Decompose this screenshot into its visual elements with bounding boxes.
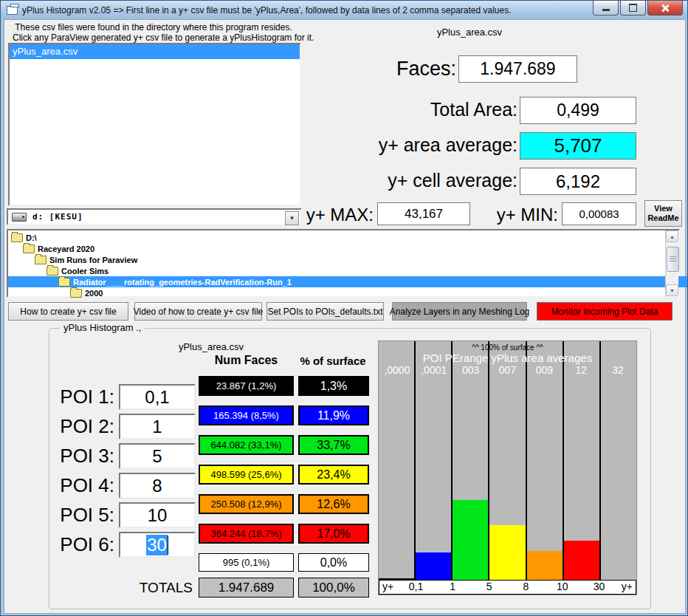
csv-file-listbox[interactable]: yPlus_area.csv (8, 43, 301, 206)
chart-bar-3 (453, 500, 488, 581)
poi-3-input[interactable]: 5 (119, 443, 196, 469)
window-title: yPlus Histogram v2.05 => First line in a… (22, 5, 512, 16)
yplus-min-value: 0,00083 (562, 202, 636, 225)
view-readme-button[interactable]: View ReadMe (644, 200, 682, 227)
x-axis-label: 0,1 (409, 581, 423, 592)
tree-item-radiator-run-selected[interactable]: Radiator____rotating_geometries-RadVerif… (8, 276, 688, 287)
pct-bar-4: 23,4% (298, 465, 369, 485)
set-pois-defaults-button[interactable]: Set POIs to POIs_defaults.txt (266, 302, 384, 321)
folder-icon (70, 289, 82, 298)
window-controls (591, 1, 683, 16)
x-axis-label: 10 (557, 581, 568, 592)
poi-3-label: POI 3: (30, 443, 114, 469)
yplus-area-average-value: 5,707 (520, 132, 636, 160)
intro-line-2: Click any ParaView generated y+ csv file… (13, 32, 295, 43)
video-how-to-button[interactable]: Video of how to create y+ csv file (134, 302, 262, 321)
num-faces-bar-3: 644.082 (33,1%) (199, 435, 294, 455)
monitor-plot-data-button[interactable]: Monitor Incoming Plot Data (537, 302, 672, 321)
chart-column-value-6: 12 (563, 364, 599, 376)
yplus-min-label: y+ MIN: (473, 205, 558, 225)
num-faces-bar-7: 995 (0,1%) (199, 553, 294, 572)
view-readme-line2: ReadMe (647, 213, 678, 223)
tree-item-raceyard-2020[interactable]: Raceyard 2020 (8, 243, 678, 254)
poi-5-input[interactable]: 10 (119, 502, 196, 528)
poi-4-value: 8 (152, 476, 162, 496)
pct-bar-1: 1,3% (298, 376, 369, 396)
chart-column-value-4: 007 (489, 364, 526, 376)
chart-column-7 (601, 341, 636, 581)
tree-item-label: Sim Runs for Paraview (49, 256, 137, 264)
tree-item-label: Radiator____rotating_geometries-RadVerif… (73, 278, 292, 287)
faces-label: Faces: (318, 58, 456, 81)
poi-3-value: 5 (152, 446, 162, 467)
poi-2-input[interactable]: 1 (119, 414, 196, 439)
num-faces-bar-1: 23.867 (1,2%) (199, 376, 294, 396)
yplus-area-average-label: y+ area average: (311, 134, 517, 156)
total-area-value: 0,499 (520, 97, 636, 124)
chart-column-value-5: 009 (526, 364, 563, 376)
analyze-layers-button[interactable]: Analyze Layers in any Meshing Log (392, 302, 527, 321)
pct-bar-5: 12,6% (298, 494, 369, 514)
view-readme-line1: View (654, 204, 672, 213)
tree-item-cooler-sims[interactable]: Cooler Sims (8, 265, 678, 276)
num-faces-bar-6: 364.244 (18,7%) (199, 524, 294, 544)
num-faces-bar-2: 165.394 (8,5%) (199, 405, 294, 425)
yplus-max-value: 43,167 (377, 202, 470, 225)
num-faces-bar-4: 498.599 (25,6%) (199, 465, 294, 485)
drive-icon (12, 213, 27, 222)
maximize-button[interactable] (620, 1, 646, 16)
poi-2-label: POI 2: (30, 414, 114, 439)
close-icon (661, 4, 670, 12)
scroll-up-icon[interactable]: ▲ (666, 230, 678, 242)
folder-icon (11, 233, 23, 242)
yplus-histogram-chart: ^^ 100% of surface ^^ POI PErange yPlus … (378, 340, 637, 595)
chart-column-6 (564, 341, 601, 581)
intro-line-1: These csv files were found in the direct… (13, 22, 295, 32)
poi-2-value: 1 (152, 417, 162, 437)
poi-6-label: POI 6: (30, 532, 114, 558)
tree-item-drive-root[interactable]: D:\ (8, 232, 678, 243)
chart-title: ^^ 100% of surface ^^ (379, 343, 636, 352)
pct-bar-2: 11,9% (298, 405, 369, 425)
app-icon (7, 6, 18, 15)
poi-1-input[interactable]: 0,1 (119, 384, 196, 410)
drive-selector[interactable]: d: [KESU] ▼ (7, 208, 302, 225)
scroll-down-icon[interactable]: ▼ (666, 284, 678, 296)
pct-bar-6: 17,0% (298, 524, 369, 544)
poi-1-value: 0,1 (145, 387, 169, 408)
tree-item-label: 2000 (85, 289, 103, 298)
tree-item-2000[interactable]: 2000 (8, 287, 678, 298)
x-axis-label: 8 (523, 581, 529, 592)
folder-icon (35, 256, 47, 264)
list-item-yplus-area-csv[interactable]: yPlus_area.csv (10, 44, 300, 59)
x-axis-label: y+ (382, 581, 393, 592)
x-axis-label: 1 (450, 581, 455, 592)
drive-selector-value: d: [KESU] (32, 212, 83, 222)
pct-bar-7: 0,0% (298, 553, 369, 572)
app-window: yPlus Histogram v2.05 => First line in a… (0, 0, 688, 616)
tree-item-label: D:\ (26, 233, 37, 242)
directory-tree[interactable]: D:\ Raceyard 2020 Sim Runs for Paraview … (7, 229, 680, 298)
pct-bar-3: 33,7% (298, 435, 369, 455)
chart-column-value-3: 003 (453, 364, 489, 376)
title-bar[interactable]: yPlus Histogram v2.05 => First line in a… (1, 1, 688, 19)
tree-scrollbar[interactable]: ▲ ▼ (665, 230, 678, 296)
yplus-max-label: y+ MAX: (296, 205, 374, 225)
poi-5-value: 10 (148, 505, 168, 526)
close-button[interactable] (647, 1, 683, 16)
minimize-icon (602, 9, 610, 11)
faces-value: 1.947.689 (458, 55, 577, 83)
chart-bar-6 (564, 541, 599, 581)
csv-filename-label: yPlus_area.csv (399, 27, 540, 38)
poi-4-label: POI 4: (30, 473, 114, 499)
chart-bar-2 (416, 552, 451, 581)
poi-1-label: POI 1: (30, 384, 114, 410)
chart-bar-5 (527, 551, 563, 581)
tree-item-sim-runs[interactable]: Sim Runs for Paraview (8, 254, 678, 265)
how-to-create-csv-button[interactable]: How to create y+ csv file (8, 302, 128, 321)
poi-6-input[interactable]: 30 (119, 532, 196, 558)
poi-4-input[interactable]: 8 (119, 473, 196, 499)
yplus-cell-average-value: 6,192 (520, 168, 636, 195)
minimize-button[interactable] (593, 1, 619, 16)
tree-scrollbar-thumb[interactable] (667, 247, 679, 272)
